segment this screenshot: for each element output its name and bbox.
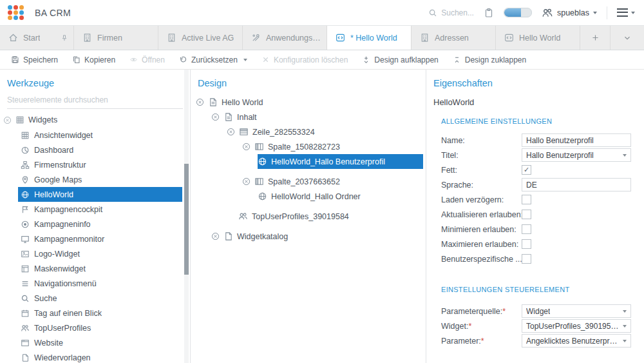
tab-active-live-ag[interactable]: Active Live AG [158, 26, 243, 50]
design-node-helloworld-benutzerprofil-selected[interactable]: HelloWorld_Hallo Benutzerprofil [258, 154, 423, 169]
tab-hello-world-active[interactable]: * Hello World [327, 26, 412, 50]
tab-overflow-button[interactable] [611, 26, 644, 50]
field-titel: Titel: Hallo Benutzerprofil [426, 148, 644, 162]
tools-item-wiedervorlagen[interactable]: Wiedervorlagen [18, 350, 182, 363]
parameter-select[interactable]: Angeklicktes Benutzerprofil [522, 334, 631, 348]
select-value: TopUserProfiles_39019584 [526, 322, 619, 331]
tab-adressen[interactable]: Adressen [412, 26, 496, 50]
tools-item-maskenwidget[interactable]: Maskenwidget [18, 261, 182, 276]
reset-dropdown-caret-icon[interactable] [243, 59, 247, 61]
maximieren-erlauben-checkbox[interactable] [522, 239, 531, 249]
widget-select[interactable]: TopUserProfiles_39019584 [522, 319, 631, 333]
design-node-widgetkatalog[interactable]: Widgetkatalog [211, 229, 423, 244]
design-node-spalte-2[interactable]: Spalte_2037663652 [242, 174, 423, 189]
collapse-toggle-icon[interactable] [242, 177, 251, 186]
tools-item-firmenstruktur[interactable]: Firmenstruktur [18, 157, 182, 172]
people-icon [21, 324, 30, 333]
pin-icon[interactable] [61, 34, 68, 42]
button-label: Konfiguration löschen [274, 55, 348, 64]
reset-button[interactable]: Zurücksetzen [172, 50, 254, 69]
design-node-topuserprofiles[interactable]: TopUserProfiles_39019584 [227, 209, 423, 224]
parameterquelle-select[interactable]: Widget [522, 304, 631, 318]
required-mark: * [502, 307, 506, 316]
fett-checkbox[interactable]: ✓ [522, 165, 531, 175]
open-button: Öffnen [122, 50, 172, 69]
laden-verzoegern-checkbox[interactable] [522, 195, 531, 204]
tools-item-label: Suche [34, 294, 57, 303]
design-node-helloworld-ordner[interactable]: HelloWorld_Hallo Ordner [258, 189, 423, 204]
tools-item-helloworld-selected[interactable]: HelloWorld [18, 187, 182, 202]
expand-design-button[interactable]: Design aufklappen [355, 50, 445, 69]
collapse-toggle-icon[interactable] [196, 98, 204, 106]
design-tree: Hello World Inhalt Zeile_282553324 Spalt… [191, 95, 426, 244]
design-node-zeile[interactable]: Zeile_282553324 [227, 124, 423, 139]
undo-icon [179, 55, 187, 64]
tools-scrollbar-thumb[interactable] [184, 164, 189, 275]
tab-anwendungskonfiguration[interactable]: Anwendungsko... [243, 26, 327, 50]
field-parameter: Parameter:* Angeklicktes Benutzerprofil [426, 333, 644, 348]
clipboard-icon[interactable] [484, 8, 494, 18]
field-name: Name: [426, 133, 644, 148]
collapse-toggle-icon[interactable] [211, 232, 220, 240]
collapse-toggle-icon[interactable] [211, 113, 220, 121]
tools-item-kampagnenmonitor[interactable]: Kampagnenmonitor [18, 231, 182, 246]
field-laden-verzoegern: Laden verzögern: [426, 192, 644, 207]
design-node-hello-world[interactable]: Hello World [196, 95, 423, 110]
tools-item-logo-widget[interactable]: Logo-Widget [18, 246, 182, 261]
collapse-design-button[interactable]: Design zuklappen [446, 50, 533, 69]
user-menu[interactable]: spueblas [542, 7, 597, 19]
tools-item-navigationsmenu[interactable]: Navigationsmenü [18, 276, 182, 291]
quota-indicator [504, 8, 532, 17]
field-label: Benutzerspezifische ... [441, 255, 522, 264]
tools-item-tag-auf-einen-blick[interactable]: Tag auf einen Blick [18, 306, 182, 320]
eye-icon [129, 55, 138, 64]
field-benutzerspezifische: Benutzerspezifische ... [426, 251, 644, 266]
search-icon [21, 294, 30, 303]
titel-select[interactable]: Hallo Benutzerprofil [522, 148, 631, 162]
column-icon [254, 177, 264, 186]
main-menu-button[interactable] [617, 8, 635, 17]
minimieren-erlauben-checkbox[interactable] [522, 224, 531, 234]
design-node-inhalt[interactable]: Inhalt [211, 110, 423, 124]
user-menu-caret-icon [593, 12, 597, 14]
tools-root-node[interactable]: Widgets [0, 109, 190, 128]
field-sprache: Sprache: [426, 177, 644, 192]
copy-button[interactable]: Kopieren [65, 50, 122, 69]
topbar-divider [607, 6, 607, 19]
new-tab-button[interactable] [580, 26, 611, 50]
delete-icon [261, 55, 270, 64]
collapse-toggle-icon[interactable] [242, 142, 251, 151]
tools-item-website[interactable]: Website [18, 335, 182, 350]
chevron-down-icon [623, 310, 627, 313]
tools-item-kampagnencockpit[interactable]: Kampagnencockpit [18, 202, 182, 217]
save-button[interactable]: Speichern [4, 50, 65, 69]
tools-item-dashboard[interactable]: Dashboard [18, 142, 182, 157]
benutzerspezifische-checkbox[interactable] [522, 254, 531, 264]
tools-search-input[interactable] [7, 91, 183, 109]
tab-label: Active Live AG [182, 34, 234, 43]
tools-item-label: TopUserProfiles [34, 324, 91, 333]
tools-item-topuserprofiles[interactable]: TopUserProfiles [18, 320, 182, 335]
app-logo-icon [8, 5, 24, 20]
collapse-toggle-icon[interactable] [227, 128, 235, 136]
page-icon [208, 97, 218, 107]
sprache-input[interactable] [522, 178, 631, 191]
tab-hello-world[interactable]: Hello World [496, 26, 580, 50]
save-icon [11, 55, 19, 64]
design-node-spalte-1[interactable]: Spalte_1508282723 [242, 139, 423, 154]
global-search[interactable]: Suchen... [428, 8, 474, 17]
field-label: Minimieren erlauben: [441, 225, 522, 234]
tab-firmen[interactable]: Firmen [74, 26, 158, 50]
menu-list-icon [21, 279, 30, 288]
tab-start[interactable]: Start [0, 26, 74, 50]
tools-item-ansichtenwidget[interactable]: Ansichtenwidget [18, 128, 182, 142]
tools-item-kampagneninfo[interactable]: Kampagneninfo [18, 217, 182, 231]
document-icon [223, 231, 233, 241]
name-input[interactable] [522, 133, 631, 147]
field-fett: Fett: ✓ [426, 162, 644, 177]
tools-scrollbar[interactable] [184, 70, 189, 363]
aktualisieren-erlauben-checkbox[interactable] [522, 210, 531, 219]
collapse-toggle-icon[interactable] [3, 116, 12, 124]
tools-item-suche[interactable]: Suche [18, 291, 182, 306]
tools-item-google-maps[interactable]: Google Maps [18, 172, 182, 187]
